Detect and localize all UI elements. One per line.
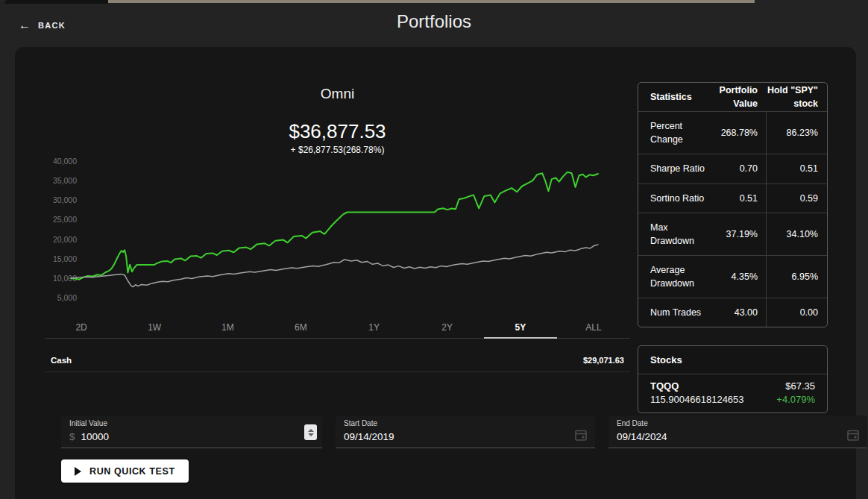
stat-portfolio-value: 0.70	[710, 154, 766, 183]
initial-value-field[interactable]: Initial Value $10000	[61, 415, 322, 448]
initial-value-label: Initial Value	[69, 419, 107, 427]
stock-change: +4.079%	[776, 394, 815, 405]
cash-value: $29,071.63	[583, 356, 624, 365]
stat-spy-value: 0.00	[766, 298, 827, 327]
tab-1w[interactable]: 1W	[118, 317, 191, 338]
cash-label: Cash	[51, 356, 72, 365]
stat-portfolio-value: 43.00	[710, 298, 766, 327]
stats-row: Sharpe Ratio0.700.51	[638, 154, 827, 183]
stat-label: Sortino Ratio	[638, 184, 710, 213]
chart-section: Omni $36,877.53 + $26,877.53(268.78%) 40…	[45, 47, 630, 499]
calendar-icon[interactable]	[574, 428, 588, 442]
stat-label: Average Drawdown	[638, 256, 710, 298]
end-date-label: End Date	[617, 419, 648, 427]
tab-1y[interactable]: 1Y	[338, 317, 411, 338]
stats-header-row: StatisticsPortfolio ValueHold "SPY" stoc…	[638, 83, 827, 111]
page-title: Portfolios	[0, 11, 868, 32]
stat-spy-value: 0.59	[766, 184, 827, 213]
stat-label: Sharpe Ratio	[638, 154, 710, 183]
chart-plot[interactable]	[45, 154, 630, 314]
start-date-input[interactable]: 09/14/2019	[344, 431, 394, 442]
start-date-field[interactable]: Start Date 09/14/2019	[336, 415, 595, 448]
stock-price: $67.35	[776, 380, 815, 392]
calendar-icon[interactable]	[846, 428, 860, 442]
stat-label: Statistics	[638, 83, 710, 111]
stepper-up-icon[interactable]	[308, 429, 314, 432]
tab-6m[interactable]: 6M	[264, 317, 337, 338]
stat-spy-value: 86.23%	[766, 112, 827, 154]
stats-row: Percent Change268.78%86.23%	[638, 111, 827, 154]
stats-row: Average Drawdown4.35%6.95%	[638, 255, 827, 298]
end-date-field[interactable]: End Date 09/14/2024	[608, 415, 867, 448]
stock-left: TQQQ 115.90046618124653	[650, 380, 744, 405]
window-top-strip	[108, 0, 755, 3]
run-quick-test-button[interactable]: RUN QUICK TEST	[61, 459, 189, 483]
time-range-tabs: 2D1W1M6M1Y2Y5YALL	[45, 317, 630, 339]
stock-right: $67.35 +4.079%	[776, 380, 815, 405]
tab-all[interactable]: ALL	[557, 317, 630, 338]
stat-spy-value: 34.10%	[766, 213, 827, 255]
stocks-title: Stocks	[638, 346, 827, 374]
stepper-down-icon[interactable]	[308, 433, 314, 436]
stats-row: Num Trades43.000.00	[638, 298, 827, 327]
stat-portfolio-value: 37.19%	[710, 213, 766, 255]
tab-1m[interactable]: 1M	[191, 317, 264, 338]
portfolios-screen: ← BACK Portfolios Omni $36,877.53 + $26,…	[0, 0, 868, 499]
end-date-input[interactable]: 09/14/2024	[617, 431, 667, 442]
dollar-prefix: $	[69, 431, 75, 442]
initial-value-text: 10000	[81, 431, 110, 442]
portfolio-card: Omni $36,877.53 + $26,877.53(268.78%) 40…	[15, 47, 856, 499]
tab-2d[interactable]: 2D	[45, 317, 118, 338]
number-stepper[interactable]	[304, 424, 317, 440]
stats-row: Max Drawdown37.19%34.10%	[638, 213, 827, 255]
series-portfolio-value	[71, 172, 598, 280]
cash-row[interactable]: Cash $29,071.63	[45, 348, 630, 372]
stat-label: Percent Change	[638, 112, 710, 154]
tab-5y[interactable]: 5Y	[484, 317, 557, 338]
stat-portfolio-value: Portfolio Value	[710, 83, 766, 111]
portfolio-name: Omni	[45, 86, 630, 102]
stat-label: Max Drawdown	[638, 213, 710, 255]
stat-portfolio-value: 268.78%	[710, 112, 766, 154]
series-hold-spy	[71, 245, 598, 287]
initial-value-input[interactable]: $10000	[69, 431, 109, 442]
stat-spy-value: 0.51	[766, 154, 827, 183]
start-date-label: Start Date	[344, 419, 377, 427]
run-quick-test-label: RUN QUICK TEST	[89, 466, 175, 477]
stock-symbol: TQQQ	[650, 380, 744, 392]
performance-chart[interactable]: 40,00035,00030,00025,00020,00015,00010,0…	[45, 154, 630, 314]
statistics-table: StatisticsPortfolio ValueHold "SPY" stoc…	[638, 82, 828, 327]
stat-spy-value: 6.95%	[766, 256, 827, 298]
play-icon	[75, 467, 81, 476]
stats-row: Sortino Ratio0.510.59	[638, 183, 827, 213]
stat-spy-value: Hold "SPY" stock	[766, 83, 827, 111]
stocks-box: Stocks TQQQ 115.90046618124653 $67.35 +4…	[638, 345, 828, 413]
stock-row[interactable]: TQQQ 115.90046618124653 $67.35 +4.079%	[638, 374, 827, 412]
stock-shares: 115.90046618124653	[650, 394, 744, 405]
stat-portfolio-value: 4.35%	[710, 256, 766, 298]
window-top-notch	[4, 0, 108, 4]
portfolio-value: $36,877.53	[45, 120, 630, 143]
stat-portfolio-value: 0.51	[710, 184, 766, 213]
tab-2y[interactable]: 2Y	[411, 317, 484, 338]
stat-label: Num Trades	[638, 298, 710, 327]
